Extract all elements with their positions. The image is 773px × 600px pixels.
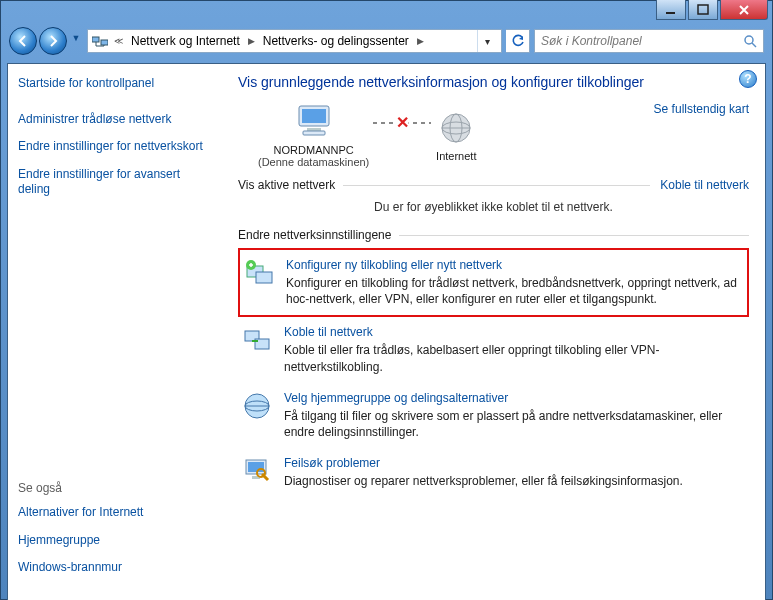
page-title: Vis grunnleggende nettverksinformasjon o… bbox=[238, 74, 749, 90]
see-also-heading: Se også bbox=[18, 481, 210, 495]
window: ▼ ≪ Nettverk og Internett ▶ Nettverks- o… bbox=[0, 0, 773, 600]
maximize-button[interactable] bbox=[688, 0, 718, 20]
back-button[interactable] bbox=[9, 27, 37, 55]
breadcrumb-item[interactable]: Nettverks- og delingssenter bbox=[257, 34, 415, 48]
nav-history-dropdown[interactable]: ▼ bbox=[69, 27, 83, 49]
nav-buttons: ▼ bbox=[9, 27, 83, 55]
map-connection-broken: ✕ bbox=[373, 122, 431, 124]
globe-icon bbox=[435, 110, 477, 146]
computer-icon bbox=[293, 104, 335, 140]
sidebar-link-firewall[interactable]: Windows-brannmur bbox=[18, 560, 210, 576]
sidebar-link-internet-options[interactable]: Alternativer for Internett bbox=[18, 505, 210, 521]
chevron-right-icon[interactable]: ▶ bbox=[246, 36, 257, 46]
svg-rect-0 bbox=[666, 12, 675, 14]
sidebar-link-adapter[interactable]: Endre innstillinger for nettverkskort bbox=[18, 139, 210, 155]
minimize-button[interactable] bbox=[656, 0, 686, 20]
active-networks-title: Vis aktive nettverk bbox=[238, 178, 335, 192]
svg-rect-8 bbox=[303, 131, 325, 135]
help-icon[interactable]: ? bbox=[739, 70, 757, 88]
svg-rect-3 bbox=[101, 40, 108, 45]
task-troubleshoot-desc: Diagnostiser og reparer nettverksproblem… bbox=[284, 473, 683, 489]
task-troubleshoot-link[interactable]: Feilsøk problemer bbox=[284, 456, 683, 470]
main-panel: ? Vis grunnleggende nettverksinformasjon… bbox=[220, 64, 765, 600]
forward-button[interactable] bbox=[39, 27, 67, 55]
task-new-connection[interactable]: Konfigurer ny tilkobling eller nytt nett… bbox=[238, 248, 749, 317]
map-internet-label: Internett bbox=[435, 150, 477, 162]
address-field[interactable]: ≪ Nettverk og Internett ▶ Nettverks- og … bbox=[87, 29, 502, 53]
change-settings-section: Endre nettverksinnstillingene Konfigurer… bbox=[238, 228, 749, 497]
disconnected-icon: ✕ bbox=[396, 113, 409, 132]
content-area: Startside for kontrollpanel Administrer … bbox=[7, 63, 766, 600]
svg-rect-2 bbox=[92, 37, 99, 42]
svg-point-4 bbox=[745, 36, 753, 44]
breadcrumb-item[interactable]: Nettverk og Internett bbox=[125, 34, 246, 48]
connect-network-icon bbox=[242, 325, 272, 355]
sidebar-home-link[interactable]: Startside for kontrollpanel bbox=[18, 76, 210, 92]
refresh-button[interactable] bbox=[506, 29, 530, 53]
no-connection-text: Du er for øyeblikket ikke koblet til et … bbox=[238, 198, 749, 218]
sidebar-link-wireless[interactable]: Administrer trådløse nettverk bbox=[18, 112, 210, 128]
svg-rect-14 bbox=[256, 272, 272, 283]
window-controls bbox=[656, 0, 768, 20]
task-homegroup[interactable]: Velg hjemmegruppe og delingsalternativer… bbox=[238, 383, 749, 448]
network-center-icon bbox=[92, 33, 108, 49]
full-map-link[interactable]: Se fullstendig kart bbox=[654, 102, 749, 116]
breadcrumb-separator: ≪ bbox=[112, 36, 125, 46]
search-icon bbox=[743, 34, 757, 48]
change-settings-title: Endre nettverksinnstillingene bbox=[238, 228, 391, 242]
task-connect-network-desc: Koble til eller fra trådløs, kabelbasert… bbox=[284, 342, 745, 374]
task-homegroup-link[interactable]: Velg hjemmegruppe og delingsalternativer bbox=[284, 391, 745, 405]
task-troubleshoot[interactable]: Feilsøk problemer Diagnostiser og repare… bbox=[238, 448, 749, 497]
search-input[interactable]: Søk i Kontrollpanel bbox=[534, 29, 764, 53]
svg-rect-1 bbox=[698, 5, 708, 14]
map-node-this-pc: NORDMANNPC (Denne datamaskinen) bbox=[258, 104, 369, 168]
address-end-controls: ▾ bbox=[477, 30, 497, 52]
chevron-right-icon[interactable]: ▶ bbox=[415, 36, 426, 46]
sidebar-link-advanced-sharing[interactable]: Endre innstillinger for avansert deling bbox=[18, 167, 210, 198]
svg-rect-6 bbox=[302, 109, 326, 123]
address-dropdown[interactable]: ▾ bbox=[477, 30, 497, 52]
close-button[interactable] bbox=[720, 0, 768, 20]
task-connect-network[interactable]: Koble til nettverk Koble til eller fra t… bbox=[238, 317, 749, 382]
task-new-connection-desc: Konfigurer en tilkobling for trådløst ne… bbox=[286, 275, 743, 307]
task-homegroup-desc: Få tilgang til filer og skrivere som er … bbox=[284, 408, 745, 440]
task-connect-network-link[interactable]: Koble til nettverk bbox=[284, 325, 745, 339]
map-pc-subtitle: (Denne datamaskinen) bbox=[258, 156, 369, 168]
sidebar-link-homegroup[interactable]: Hjemmegruppe bbox=[18, 533, 210, 549]
search-placeholder: Søk i Kontrollpanel bbox=[541, 34, 642, 48]
connect-network-link[interactable]: Koble til nettverk bbox=[660, 178, 749, 192]
svg-rect-22 bbox=[248, 462, 264, 472]
map-pc-name: NORDMANNPC bbox=[258, 144, 369, 156]
sidebar: Startside for kontrollpanel Administrer … bbox=[8, 64, 220, 600]
new-connection-icon bbox=[244, 258, 274, 288]
task-new-connection-link[interactable]: Konfigurer ny tilkobling eller nytt nett… bbox=[286, 258, 743, 272]
active-networks-section: Vis aktive nettverk Koble til nettverk D… bbox=[238, 178, 749, 218]
address-bar: ▼ ≪ Nettverk og Internett ▶ Nettverks- o… bbox=[9, 25, 764, 57]
troubleshoot-icon bbox=[242, 456, 272, 486]
map-node-internet: Internett bbox=[435, 110, 477, 162]
titlebar bbox=[1, 1, 772, 21]
homegroup-icon bbox=[242, 391, 272, 421]
